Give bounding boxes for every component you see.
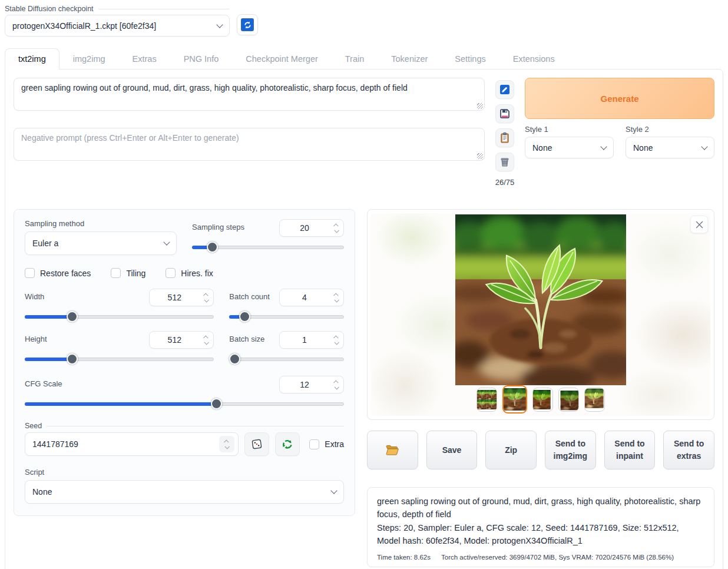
height-slider[interactable]: [25, 353, 214, 365]
stepper-arrows[interactable]: [329, 289, 343, 306]
negative-prompt-input[interactable]: [14, 128, 485, 161]
generate-column: Generate Style 1 None Style 2 None: [525, 78, 714, 187]
chevron-down-icon: [600, 143, 607, 150]
script-dropdown[interactable]: None: [25, 480, 344, 504]
height-input[interactable]: 512: [149, 331, 214, 349]
tab-txt2img[interactable]: txt2img: [5, 48, 59, 70]
close-gallery-button[interactable]: [690, 216, 708, 233]
apply-style-button[interactable]: [495, 128, 514, 147]
tab-img2img[interactable]: img2img: [59, 48, 119, 69]
tab-tokenizer[interactable]: Tokenizer: [378, 48, 441, 69]
batch-count-input[interactable]: 4: [279, 289, 344, 306]
sampling-steps-slider[interactable]: [192, 242, 344, 253]
restore-faces-checkbox[interactable]: Restore faces: [25, 268, 91, 278]
recycle-icon: [281, 438, 294, 451]
send-to-img2img-button[interactable]: Send to img2img: [545, 431, 596, 469]
stepper-arrows[interactable]: [329, 332, 343, 348]
zip-button[interactable]: Zip: [485, 431, 537, 469]
style1-dropdown[interactable]: None: [525, 137, 614, 158]
batch-count-label: Batch count: [229, 292, 270, 301]
sampling-method-dropdown[interactable]: Euler a: [25, 231, 177, 255]
txt2img-panel: green sapling rowing out of ground, mud,…: [5, 69, 723, 569]
style2-label: Style 2: [626, 125, 714, 134]
open-folder-button[interactable]: [367, 431, 418, 469]
tab-checkpoint-merger[interactable]: Checkpoint Merger: [232, 48, 332, 69]
checkbox-box: [111, 268, 121, 278]
tab-settings[interactable]: Settings: [441, 48, 499, 69]
batch-count-slider[interactable]: [229, 311, 344, 323]
refresh-icon: [241, 18, 254, 31]
stepper-arrows[interactable]: [199, 289, 213, 306]
checkpoint-row: Stable Diffusion checkpoint protogenX34O…: [0, 5, 728, 37]
thumbnail-strip: [476, 385, 605, 413]
style1-value: None: [532, 143, 601, 153]
paintbrush-button[interactable]: [495, 80, 514, 99]
cfg-scale-input[interactable]: 12: [279, 376, 344, 393]
floppy-disk-icon: [499, 108, 511, 120]
generation-settings-panel: Sampling method Euler a Sampling steps 2…: [14, 209, 355, 516]
batch-size-input[interactable]: 1: [279, 331, 344, 349]
vram-usage-text: Torch active/reserved: 3699/4702 MiB, Sy…: [441, 554, 674, 561]
checkpoint-value: protogenX34OfficialR_1.ckpt [60fe2f34]: [12, 21, 217, 31]
refresh-checkpoints-button[interactable]: [237, 14, 258, 35]
style2-dropdown[interactable]: None: [626, 137, 714, 158]
tab-extras[interactable]: Extras: [119, 48, 170, 69]
checkpoint-dropdown[interactable]: protogenX34OfficialR_1.ckpt [60fe2f34]: [5, 15, 230, 37]
script-value: None: [32, 487, 332, 497]
send-to-inpaint-button[interactable]: Send to inpaint: [604, 431, 656, 469]
dice-icon: [250, 438, 263, 451]
style2-value: None: [633, 143, 702, 153]
prompt-input[interactable]: green sapling rowing out of ground, mud,…: [14, 78, 485, 111]
seed-input[interactable]: 1441787169: [25, 432, 239, 456]
paintbrush-icon: [499, 84, 511, 95]
clear-prompt-button[interactable]: [495, 153, 514, 171]
thumbnail-1-grid[interactable]: [476, 388, 497, 412]
reuse-seed-button[interactable]: [275, 432, 300, 456]
prompt-column: green sapling rowing out of ground, mud,…: [14, 78, 485, 187]
resize-grip-icon[interactable]: [477, 153, 483, 159]
sampling-method-value: Euler a: [32, 239, 164, 248]
random-seed-button[interactable]: [244, 432, 269, 456]
stepper-arrows[interactable]: [329, 376, 343, 393]
sampling-steps-label: Sampling steps: [192, 223, 244, 231]
trash-icon: [499, 156, 511, 168]
width-slider[interactable]: [25, 311, 214, 323]
batch-size-slider[interactable]: [229, 353, 344, 365]
info-prompt-text: green sapling rowing out of ground, mud,…: [377, 495, 704, 521]
tiling-checkbox[interactable]: Tiling: [111, 268, 145, 278]
generated-image[interactable]: [455, 214, 626, 385]
resize-grip-icon[interactable]: [477, 103, 483, 109]
info-params-text: Steps: 20, Sampler: Euler a, CFG scale: …: [377, 521, 704, 548]
extra-seed-checkbox[interactable]: Extra: [309, 439, 344, 449]
chevron-down-icon: [216, 21, 223, 28]
divider: [47, 426, 344, 426]
token-counter: 26/75: [495, 178, 515, 187]
checkbox-box: [166, 268, 176, 278]
checkbox-box: [309, 439, 319, 449]
close-icon: [696, 221, 703, 229]
send-to-extras-button[interactable]: Send to extras: [663, 431, 714, 469]
tab-extensions[interactable]: Extensions: [499, 48, 568, 69]
chevron-down-icon: [330, 487, 337, 494]
stepper-arrows[interactable]: [219, 436, 234, 452]
thumbnail-3[interactable]: [532, 388, 553, 412]
save-style-button[interactable]: [495, 104, 514, 123]
cfg-scale-slider[interactable]: [25, 398, 344, 410]
tab-train[interactable]: Train: [332, 48, 378, 69]
thumbnail-5[interactable]: [584, 388, 605, 412]
stepper-arrows[interactable]: [199, 332, 213, 348]
save-button[interactable]: Save: [426, 431, 478, 469]
time-taken-text: Time taken: 8.62s: [377, 554, 431, 561]
sampling-steps-input[interactable]: 20: [279, 219, 344, 237]
style1-label: Style 1: [525, 125, 614, 134]
hires-fix-checkbox[interactable]: Hires. fix: [166, 268, 213, 278]
app-root: Stable Diffusion checkpoint protogenX34O…: [0, 0, 728, 569]
thumbnail-2-selected[interactable]: [502, 385, 527, 413]
prompt-tools-column: 26/75: [494, 78, 515, 187]
stepper-arrows[interactable]: [329, 220, 343, 236]
width-input[interactable]: 512: [149, 289, 214, 306]
tab-png-info[interactable]: PNG Info: [170, 48, 233, 69]
generate-button[interactable]: Generate: [525, 78, 714, 119]
thumbnail-4[interactable]: [558, 388, 579, 412]
sampling-method-label: Sampling method: [25, 219, 177, 228]
